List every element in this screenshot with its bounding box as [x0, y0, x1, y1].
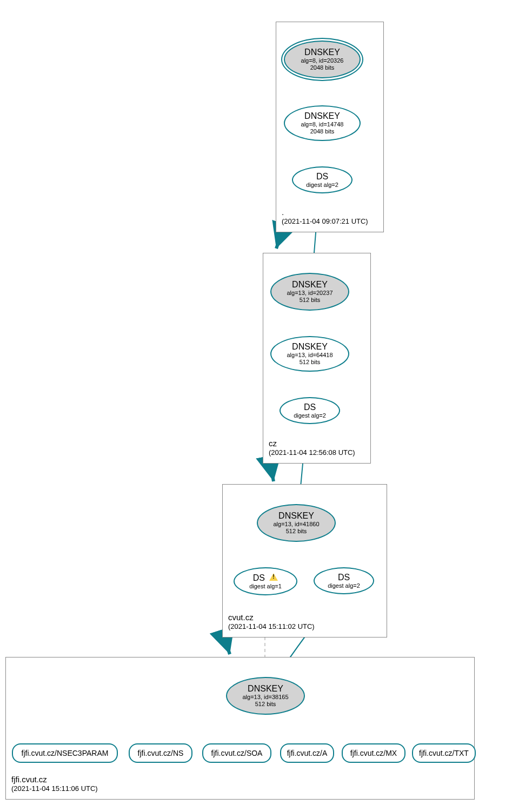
- node-rr-nsec3param-label: fjfi.cvut.cz/NSEC3PARAM: [22, 749, 109, 757]
- node-root-ds-title: DS: [316, 172, 328, 182]
- node-root-zsk-line2: 2048 bits: [310, 128, 335, 135]
- node-cz-ds[interactable]: DS digest alg=2: [280, 397, 340, 424]
- zone-cz-label: cz (2021-11-04 12:56:08 UTC): [269, 438, 355, 458]
- node-fjfi-ksk-line1: alg=13, id=38165: [242, 694, 288, 701]
- zone-fjfi-timestamp: (2021-11-04 15:11:06 UTC): [11, 784, 98, 794]
- node-cz-ds-line1: digest alg=2: [294, 412, 326, 419]
- node-cvut-ds2-line1: digest alg=2: [328, 582, 360, 589]
- node-root-zsk-title: DNSKEY: [304, 111, 340, 121]
- node-cz-ds-title: DS: [304, 402, 316, 412]
- node-rr-ns[interactable]: fjfi.cvut.cz/NS: [129, 743, 192, 763]
- zone-fjfi: fjfi.cvut.cz (2021-11-04 15:11:06 UTC): [5, 657, 475, 800]
- node-cz-ksk-line2: 512 bits: [300, 297, 321, 304]
- node-cvut-ds1[interactable]: DS digest alg=1: [234, 567, 297, 595]
- node-rr-txt-label: fjfi.cvut.cz/TXT: [419, 749, 469, 757]
- zone-cvut-timestamp: (2021-11-04 15:11:02 UTC): [228, 622, 315, 632]
- zone-fjfi-label: fjfi.cvut.cz (2021-11-04 15:11:06 UTC): [11, 774, 98, 794]
- node-rr-mx[interactable]: fjfi.cvut.cz/MX: [342, 743, 405, 763]
- node-cz-zsk-title: DNSKEY: [292, 342, 328, 352]
- node-root-ksk-line1: alg=8, id=20326: [301, 57, 344, 64]
- node-fjfi-ksk-title: DNSKEY: [248, 684, 283, 694]
- warning-icon: [269, 573, 278, 581]
- zone-fjfi-name: fjfi.cvut.cz: [11, 774, 98, 785]
- node-cz-zsk[interactable]: DNSKEY alg=13, id=64418 512 bits: [270, 336, 349, 372]
- node-fjfi-ksk-line2: 512 bits: [255, 701, 276, 708]
- node-root-zsk-line1: alg=8, id=14748: [301, 121, 344, 128]
- node-rr-ns-label: fjfi.cvut.cz/NS: [138, 749, 184, 757]
- zone-cvut-name: cvut.cz: [228, 612, 315, 623]
- node-root-ds-line1: digest alg=2: [306, 182, 338, 189]
- node-cz-zsk-line2: 512 bits: [300, 359, 321, 366]
- node-rr-a[interactable]: fjfi.cvut.cz/A: [280, 743, 334, 763]
- node-rr-soa-label: fjfi.cvut.cz/SOA: [211, 749, 263, 757]
- node-cvut-ds1-title-text: DS: [253, 573, 265, 582]
- node-rr-soa[interactable]: fjfi.cvut.cz/SOA: [202, 743, 271, 763]
- node-cz-ksk-line1: alg=13, id=20237: [287, 290, 332, 297]
- node-rr-txt[interactable]: fjfi.cvut.cz/TXT: [412, 743, 476, 763]
- node-cvut-ds2-title: DS: [338, 573, 350, 582]
- node-cvut-ds1-title: DS: [253, 573, 278, 583]
- node-fjfi-ksk[interactable]: DNSKEY alg=13, id=38165 512 bits: [226, 677, 305, 715]
- node-root-ksk[interactable]: DNSKEY alg=8, id=20326 2048 bits: [284, 41, 361, 78]
- zone-cz-timestamp: (2021-11-04 12:56:08 UTC): [269, 448, 355, 458]
- node-cvut-ksk-title: DNSKEY: [278, 511, 314, 521]
- node-cz-zsk-line1: alg=13, id=64418: [287, 352, 332, 359]
- node-cvut-ds1-line1: digest alg=1: [249, 583, 282, 590]
- node-cz-ksk[interactable]: DNSKEY alg=13, id=20237 512 bits: [270, 273, 349, 311]
- node-cvut-ksk[interactable]: DNSKEY alg=13, id=41860 512 bits: [257, 504, 336, 542]
- node-cz-ksk-title: DNSKEY: [292, 280, 328, 290]
- node-root-ksk-line2: 2048 bits: [310, 64, 335, 71]
- diagram-canvas: . (2021-11-04 09:07:21 UTC) DNSKEY alg=8…: [0, 0, 532, 812]
- node-root-ds[interactable]: DS digest alg=2: [292, 166, 353, 193]
- zone-root-timestamp: (2021-11-04 09:07:21 UTC): [282, 217, 368, 226]
- node-rr-a-label: fjfi.cvut.cz/A: [287, 749, 328, 757]
- zone-cvut-label: cvut.cz (2021-11-04 15:11:02 UTC): [228, 612, 315, 632]
- node-root-ksk-title: DNSKEY: [304, 48, 340, 57]
- node-cvut-ksk-line1: alg=13, id=41860: [273, 521, 319, 528]
- node-rr-nsec3param[interactable]: fjfi.cvut.cz/NSEC3PARAM: [12, 743, 118, 763]
- node-cvut-ksk-line2: 512 bits: [286, 528, 307, 535]
- node-cvut-ds2[interactable]: DS digest alg=2: [314, 567, 374, 594]
- node-root-zsk[interactable]: DNSKEY alg=8, id=14748 2048 bits: [284, 105, 361, 141]
- zone-root-label: . (2021-11-04 09:07:21 UTC): [282, 207, 368, 226]
- zone-root-name: .: [282, 207, 368, 218]
- zone-cz-name: cz: [269, 438, 355, 449]
- node-rr-mx-label: fjfi.cvut.cz/MX: [350, 749, 397, 757]
